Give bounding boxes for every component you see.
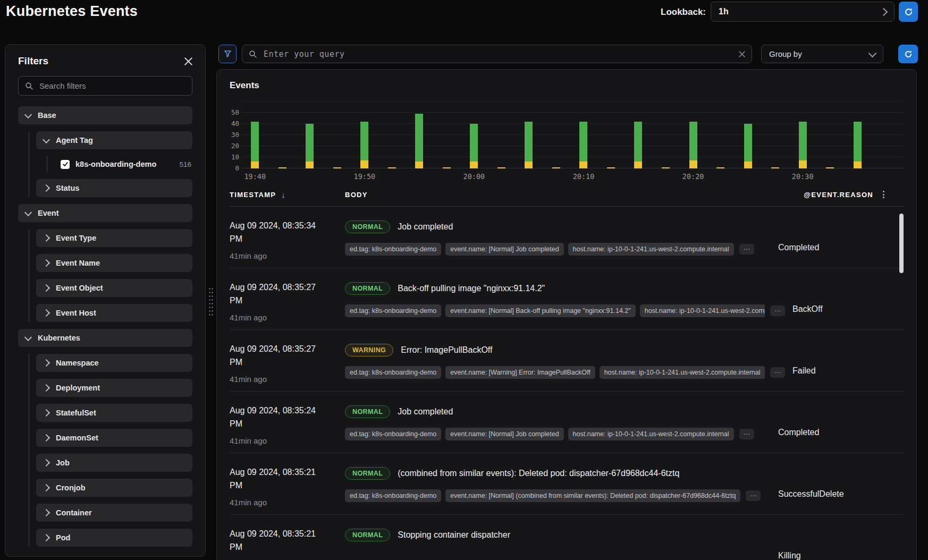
- column-header-body[interactable]: BODY: [345, 190, 771, 199]
- table-scrollbar-thumb[interactable]: [899, 214, 904, 273]
- sort-desc-icon[interactable]: ↓: [281, 190, 286, 199]
- stacked-bar[interactable]: [333, 167, 341, 168]
- filter-item-base[interactable]: Base: [18, 106, 192, 124]
- filter-item-deployment[interactable]: Deployment: [36, 379, 192, 397]
- metadata-chip[interactable]: event.name: [Normal] Job completed: [445, 428, 563, 440]
- stacked-bar[interactable]: [279, 167, 286, 168]
- stacked-bar[interactable]: [443, 167, 451, 168]
- metadata-chip[interactable]: event.name: [Normal] Back-off pulling im…: [445, 304, 635, 317]
- filter-item-namespace[interactable]: Namespace: [36, 354, 192, 372]
- stacked-bar[interactable]: [744, 124, 752, 168]
- event-timestamp: Aug 09 2024, 08:35:24 PM: [230, 404, 328, 431]
- more-metadata-chip[interactable]: ⋯: [770, 367, 785, 378]
- more-metadata-chip[interactable]: ⋯: [739, 429, 754, 439]
- stacked-bar[interactable]: [497, 167, 505, 168]
- metadata-chip[interactable]: host.name: ip-10-0-1-241.us-west-2.compu…: [568, 428, 734, 440]
- column-options-kebab-icon[interactable]: [882, 190, 885, 199]
- event-row[interactable]: Aug 09 2024, 08:35:24 PM41min agoNORMALJ…: [230, 392, 904, 453]
- filter-item-event-host[interactable]: Event Host: [36, 304, 192, 322]
- stacked-bar[interactable]: [525, 122, 533, 168]
- metadata-chip[interactable]: host.name: ip-10-0-1-241.us-west-2.compu…: [600, 366, 765, 379]
- event-timestamp: Aug 09 2024, 08:35:21 PM: [230, 528, 328, 554]
- filter-item-daemonset[interactable]: DaemonSet: [36, 429, 192, 447]
- filter-item-label: Event Type: [56, 234, 96, 242]
- more-metadata-chip[interactable]: ⋯: [770, 306, 785, 316]
- event-row[interactable]: Aug 09 2024, 08:35:27 PM41min agoWARNING…: [230, 330, 904, 392]
- filter-item-statefulset[interactable]: StatefulSet: [36, 404, 192, 422]
- stacked-bar[interactable]: [826, 167, 834, 168]
- stacked-bar[interactable]: [799, 122, 807, 168]
- stacked-bar[interactable]: [771, 167, 779, 168]
- stacked-bar[interactable]: [579, 122, 587, 168]
- metadata-chip[interactable]: host.name: ip-10-0-1-241.us-west-2.compu…: [640, 304, 765, 317]
- bar-slot: [269, 101, 297, 168]
- metadata-chip[interactable]: ed.tag: k8s-onboarding-demo: [345, 428, 441, 440]
- event-title-row: WARNINGError: ImagePullBackOff: [345, 343, 785, 358]
- metadata-chip[interactable]: ed.tag: k8s-onboarding-demo: [345, 243, 441, 256]
- more-metadata-chip[interactable]: ⋯: [739, 244, 754, 254]
- event-title: Job completed: [398, 222, 453, 232]
- metadata-chip[interactable]: event.name: [Normal] (combined from simi…: [445, 489, 740, 502]
- filter-toggle-button[interactable]: [218, 45, 237, 63]
- filter-item-job[interactable]: Job: [36, 454, 192, 472]
- stacked-bar[interactable]: [716, 167, 724, 168]
- filter-search[interactable]: [18, 76, 192, 96]
- chevron-right-icon: [43, 509, 50, 516]
- clear-query-icon[interactable]: [739, 51, 745, 57]
- stacked-bar[interactable]: [662, 167, 670, 168]
- more-metadata-chip[interactable]: ⋯: [746, 490, 761, 501]
- filter-item-event-name[interactable]: Event Name: [36, 254, 192, 272]
- filter-item-pod[interactable]: Pod: [36, 529, 192, 547]
- event-row[interactable]: Aug 09 2024, 08:35:27 PM41min agoNORMALB…: [230, 268, 904, 330]
- filter-item-agent-tag[interactable]: Agent Tag: [36, 131, 192, 149]
- stacked-bar[interactable]: [388, 167, 396, 168]
- run-query-button[interactable]: [898, 45, 918, 63]
- event-row[interactable]: Aug 09 2024, 08:35:34 PM41min agoNORMALJ…: [230, 207, 904, 268]
- filter-item-kubernetes[interactable]: Kubernetes: [18, 329, 192, 347]
- metadata-chip[interactable]: ed.tag: k8s-onboarding-demo: [345, 304, 441, 317]
- warning-segment: [799, 160, 807, 168]
- group-by-select[interactable]: Group by: [761, 45, 883, 63]
- lookback-select[interactable]: 1h: [711, 2, 895, 22]
- filter-item-cronjob[interactable]: Cronjob: [36, 479, 192, 497]
- stacked-bar[interactable]: [470, 124, 478, 168]
- stacked-bar[interactable]: [854, 122, 862, 168]
- warning-segment: [744, 162, 752, 168]
- metadata-chip[interactable]: host.name: ip-10-0-1-241.us-west-2.compu…: [568, 243, 734, 256]
- stacked-bar[interactable]: [607, 167, 615, 168]
- event-age: 41min ago: [230, 375, 345, 384]
- chevron-down-icon: [24, 333, 32, 341]
- metadata-chip[interactable]: ed.tag: k8s-onboarding-demo: [345, 489, 441, 502]
- column-header-event-reason[interactable]: @EVENT.REASON: [771, 190, 904, 199]
- filter-value-k8s-onboarding-demo[interactable]: k8s-onboarding-demo516: [54, 156, 192, 172]
- metadata-chip[interactable]: event.name: [Warning] Error: ImagePullBa…: [445, 366, 595, 379]
- filter-item-container[interactable]: Container: [36, 504, 192, 522]
- panel-resize-grip[interactable]: [208, 287, 214, 316]
- stacked-bar[interactable]: [360, 122, 368, 168]
- search-icon: [249, 50, 257, 58]
- stacked-bar[interactable]: [251, 122, 259, 168]
- bar-slot: [351, 101, 378, 168]
- warning-segment: [634, 162, 642, 168]
- filter-item-event-object[interactable]: Event Object: [36, 279, 192, 297]
- close-icon[interactable]: [184, 57, 192, 65]
- event-reason: BackOff: [785, 281, 917, 329]
- events-histogram[interactable]: 19:4019:5020:0020:1020:2020:30 010203040…: [230, 97, 904, 183]
- stacked-bar[interactable]: [552, 167, 560, 168]
- refresh-button[interactable]: [899, 2, 918, 22]
- checkbox-checked-icon[interactable]: [61, 160, 70, 169]
- filter-item-event-type[interactable]: Event Type: [36, 229, 192, 247]
- column-header-timestamp[interactable]: TIMESTAMP ↓: [230, 190, 345, 199]
- filter-item-status[interactable]: Status: [36, 179, 192, 197]
- stacked-bar[interactable]: [689, 122, 697, 168]
- stacked-bar[interactable]: [306, 124, 314, 168]
- query-input[interactable]: [263, 49, 733, 60]
- stacked-bar[interactable]: [415, 114, 423, 168]
- search-filters-input[interactable]: [38, 81, 185, 91]
- metadata-chip[interactable]: event.name: [Normal] Job completed: [445, 243, 563, 256]
- metadata-chip[interactable]: ed.tag: k8s-onboarding-demo: [345, 366, 441, 379]
- filter-item-event[interactable]: Event: [18, 204, 192, 222]
- stacked-bar[interactable]: [634, 122, 642, 168]
- event-row[interactable]: Aug 09 2024, 08:35:21 PM41min agoNORMAL(…: [230, 453, 904, 515]
- event-row[interactable]: Aug 09 2024, 08:35:21 PMNORMALStopping c…: [230, 515, 904, 560]
